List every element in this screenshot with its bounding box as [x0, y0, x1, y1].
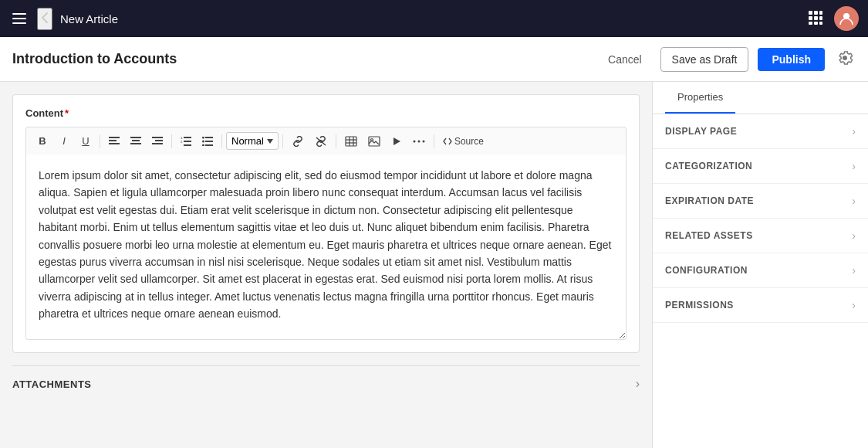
svg-rect-39 — [369, 137, 380, 146]
left-panel: Content* B I U — [0, 82, 652, 448]
article-title: Introduction to Accounts — [12, 51, 589, 67]
property-row-display-page[interactable]: DISPLAY PAGE› — [653, 114, 868, 149]
editor-body[interactable]: Lorem ipsum dolor sit amet, consectetur … — [25, 154, 627, 340]
toolbar-separator-3 — [221, 134, 222, 148]
svg-rect-21 — [152, 143, 163, 144]
property-label-related-assets: RELATED ASSETS — [665, 230, 852, 241]
svg-point-31 — [202, 140, 204, 142]
svg-rect-22 — [184, 137, 191, 138]
editor-text: Lorem ipsum dolor sit amet, consectetur … — [39, 167, 613, 323]
svg-rect-29 — [205, 144, 213, 146]
property-chevron-configuration-icon: › — [852, 264, 856, 277]
right-panel: Properties DISPLAY PAGE›CATEGORIZATION›E… — [652, 82, 868, 448]
svg-line-33 — [316, 137, 326, 145]
property-row-related-assets[interactable]: RELATED ASSETS› — [653, 219, 868, 253]
svg-rect-23 — [184, 141, 191, 142]
toolbar-separator-2 — [171, 134, 172, 148]
cancel-button[interactable]: Cancel — [599, 49, 651, 70]
svg-rect-28 — [205, 141, 213, 142]
toolbar-separator-6 — [434, 134, 434, 148]
italic-button[interactable]: I — [54, 132, 74, 150]
property-row-expiration-date[interactable]: EXPIRATION DATE› — [653, 184, 868, 219]
gear-button[interactable] — [834, 47, 856, 71]
publish-button[interactable]: Publish — [758, 48, 825, 71]
property-row-permissions[interactable]: PERMISSIONS› — [653, 288, 868, 323]
svg-rect-0 — [12, 13, 26, 15]
svg-rect-2 — [12, 22, 26, 24]
svg-rect-6 — [809, 16, 812, 20]
svg-rect-15 — [109, 143, 120, 144]
property-row-categorization[interactable]: CATEGORIZATION› — [653, 149, 868, 184]
properties-tab: Properties — [653, 82, 868, 114]
svg-point-43 — [422, 140, 424, 142]
right-panel-scroll: Properties DISPLAY PAGE›CATEGORIZATION›E… — [653, 82, 868, 448]
property-label-categorization: CATEGORIZATION — [665, 161, 852, 171]
attachments-label: ATTACHMENTS — [12, 378, 636, 390]
property-rows-container: DISPLAY PAGE›CATEGORIZATION›EXPIRATION D… — [653, 114, 868, 323]
ordered-list-button[interactable]: 1. 2. — [176, 134, 196, 149]
toolbar-separator-1 — [100, 134, 100, 148]
header-bar: Introduction to Accounts Cancel Save as … — [0, 37, 868, 82]
svg-rect-1 — [12, 18, 26, 19]
source-button[interactable]: Source — [438, 133, 488, 150]
table-button[interactable] — [340, 133, 362, 150]
heading-dropdown[interactable]: Normal — [226, 132, 279, 150]
toolbar-separator-5 — [336, 134, 336, 148]
svg-rect-18 — [130, 143, 141, 144]
main-layout: Content* B I U — [0, 82, 868, 448]
svg-rect-16 — [130, 137, 141, 138]
bold-button[interactable]: B — [32, 132, 52, 150]
align-left-button[interactable] — [104, 134, 124, 149]
link-button[interactable] — [287, 133, 309, 150]
align-right-button[interactable] — [147, 134, 167, 149]
svg-rect-8 — [819, 16, 822, 20]
property-chevron-display-page-icon: › — [852, 125, 856, 137]
unordered-list-button[interactable] — [198, 134, 218, 149]
property-chevron-categorization-icon: › — [852, 160, 856, 172]
content-label: Content* — [25, 107, 627, 119]
svg-rect-19 — [152, 137, 163, 138]
properties-tab-item[interactable]: Properties — [665, 82, 735, 114]
svg-rect-24 — [184, 144, 191, 146]
svg-rect-13 — [109, 137, 120, 138]
property-label-expiration-date: EXPIRATION DATE — [665, 195, 852, 206]
attachments-chevron-icon: › — [636, 377, 640, 391]
apps-icon-button[interactable] — [805, 7, 826, 31]
svg-text:2.: 2. — [181, 140, 183, 144]
unlink-button[interactable] — [310, 133, 332, 150]
attachments-row[interactable]: ATTACHMENTS › — [12, 365, 640, 402]
property-row-configuration[interactable]: CONFIGURATION› — [653, 253, 868, 288]
toolbar-separator-4 — [282, 134, 283, 148]
align-center-button[interactable] — [126, 134, 146, 149]
sidebar-toggle-button[interactable] — [9, 10, 29, 27]
property-chevron-related-assets-icon: › — [852, 229, 856, 242]
page-title: New Article — [60, 12, 797, 25]
svg-rect-3 — [809, 11, 812, 15]
editor-toolbar: B I U — [25, 127, 627, 154]
svg-rect-11 — [819, 22, 822, 25]
save-draft-button[interactable]: Save as Draft — [660, 47, 749, 72]
svg-rect-4 — [814, 11, 818, 15]
property-label-configuration: CONFIGURATION — [665, 265, 852, 276]
avatar[interactable] — [834, 6, 859, 31]
top-nav: New Article — [0, 0, 868, 37]
property-chevron-permissions-icon: › — [852, 299, 856, 311]
svg-rect-20 — [155, 140, 163, 141]
media-button[interactable] — [387, 133, 407, 150]
property-label-display-page: DISPLAY PAGE — [665, 126, 852, 137]
svg-rect-14 — [109, 140, 117, 141]
property-chevron-expiration-date-icon: › — [852, 195, 856, 207]
svg-rect-34 — [346, 137, 356, 146]
svg-rect-10 — [814, 22, 818, 25]
svg-rect-9 — [809, 22, 812, 25]
back-button[interactable] — [37, 8, 52, 30]
underline-button[interactable]: U — [76, 132, 96, 150]
svg-point-41 — [413, 140, 415, 142]
property-label-permissions: PERMISSIONS — [665, 300, 852, 311]
image-button[interactable] — [363, 133, 385, 150]
svg-rect-7 — [814, 16, 818, 20]
more-button[interactable] — [408, 137, 430, 146]
svg-point-32 — [202, 144, 204, 146]
svg-point-30 — [202, 137, 204, 139]
svg-rect-5 — [819, 11, 822, 15]
